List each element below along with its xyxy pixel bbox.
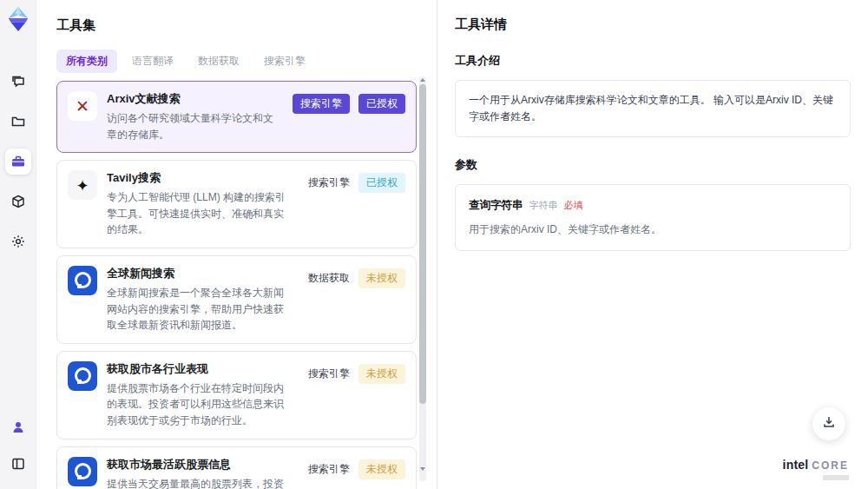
download-icon — [821, 414, 837, 433]
app-window: 工具集 所有类别语言翻译数据获取搜索引擎 Arxiv文献搜索 访问各个研究领域大… — [0, 0, 868, 489]
tab-0[interactable]: 所有类别 — [56, 50, 117, 73]
auth-status-badge: 未授权 — [358, 268, 405, 288]
category-badge: 搜索引擎 — [308, 459, 350, 479]
user-icon[interactable] — [5, 414, 31, 440]
tool-description: 提供当天交易量最高的股票列表，投资者可以利用这些信息来识别流动性强的股票和潜在的… — [107, 476, 291, 489]
tool-description: 访问各个研究领域大量科学论文和文章的存储库。 — [107, 110, 283, 142]
param-name: 查询字符串 — [469, 196, 523, 214]
auth-status-badge: 未授权 — [358, 364, 405, 384]
tool-name: Arxiv文献搜索 — [107, 91, 283, 107]
tool-card[interactable]: Tavily搜索 专为人工智能代理 (LLM) 构建的搜索引擎工具。可快速提供实… — [56, 160, 417, 248]
tool-name: 获取市场最活跃股票信息 — [107, 457, 299, 472]
tool-card[interactable]: 获取股市各行业表现 提供股票市场各个行业在特定时间段内的表现。投资者可以利用这些… — [56, 351, 417, 439]
category-badge: 搜索引擎 — [293, 94, 350, 114]
arxiv-icon — [68, 91, 97, 121]
brand-subline — [823, 475, 849, 480]
param-type: 字符串 — [529, 198, 558, 214]
auth-status-badge: 已授权 — [358, 173, 405, 193]
tool-card[interactable]: 获取市场最活跃股票信息 提供当天交易量最高的股票列表，投资者可以利用这些信息来识… — [56, 446, 417, 489]
detail-title: 工具详情 — [455, 17, 851, 33]
gear-icon[interactable] — [5, 228, 31, 254]
tool-badges: 搜索引擎 未授权 — [308, 361, 405, 429]
category-badge: 数据获取 — [308, 268, 350, 288]
list-scrollbar[interactable] — [419, 76, 426, 481]
collapse-panel-icon[interactable] — [5, 451, 31, 477]
tool-card[interactable]: 全球新闻搜索 全球新闻搜索是一个聚合全球各大新闻网站内容的搜索引擎，帮助用户快速… — [56, 255, 417, 344]
intro-box: 一个用于从Arxiv存储库搜索科学论文和文章的工具。 输入可以是Arxiv ID… — [455, 80, 851, 137]
tool-card[interactable]: Arxiv文献搜索 访问各个研究领域大量科学论文和文章的存储库。 搜索引擎 已授… — [56, 81, 417, 153]
folder-icon[interactable] — [5, 109, 31, 135]
tool-card-main: Arxiv文献搜索 访问各个研究领域大量科学论文和文章的存储库。 — [107, 91, 283, 142]
param-required-badge: 必填 — [564, 198, 583, 214]
tab-1[interactable]: 语言翻译 — [122, 50, 183, 73]
params-heading: 参数 — [455, 157, 851, 173]
intro-text: 一个用于从Arxiv存储库搜索科学论文和文章的工具。 输入可以是Arxiv ID… — [469, 94, 833, 122]
tool-description: 专为人工智能代理 (LLM) 构建的搜索引擎工具。可快速提供实时、准确和真实的结… — [107, 189, 291, 238]
tab-2[interactable]: 数据获取 — [188, 50, 249, 73]
category-tabs: 所有类别语言翻译数据获取搜索引擎 — [56, 50, 437, 73]
tool-list-panel: 工具集 所有类别语言翻译数据获取搜索引擎 Arxiv文献搜索 访问各个研究领域大… — [36, 0, 437, 489]
tool-detail-panel: 工具详情 工具介绍 一个用于从Arxiv存储库搜索科学论文和文章的工具。 输入可… — [437, 0, 868, 489]
auth-status-badge: 未授权 — [358, 459, 405, 479]
cube-icon[interactable] — [5, 188, 31, 215]
tool-badges: 数据获取 未授权 — [308, 266, 405, 334]
tool-card-main: 获取市场最活跃股票信息 提供当天交易量最高的股票列表，投资者可以利用这些信息来识… — [107, 457, 299, 489]
left-rail — [0, 0, 36, 489]
rail-nav — [5, 69, 31, 254]
intro-heading: 工具介绍 — [455, 53, 851, 69]
tool-badges: 搜索引擎 已授权 — [308, 170, 405, 238]
brand-intel: intel — [783, 458, 809, 472]
tool-name: 全球新闻搜索 — [107, 266, 299, 281]
auth-status-badge: 已授权 — [358, 94, 405, 114]
tool-description: 全球新闻搜索是一个聚合全球各大新闻网站内容的搜索引擎，帮助用户快速获取全球最新资… — [107, 285, 291, 334]
scrollbar-thumb[interactable] — [419, 84, 426, 404]
page-title: 工具集 — [56, 17, 437, 34]
tool-card-main: 全球新闻搜索 全球新闻搜索是一个聚合全球各大新闻网站内容的搜索引擎，帮助用户快速… — [107, 266, 299, 334]
blue-icon — [68, 266, 97, 295]
rail-bottom — [5, 414, 31, 477]
tool-card-main: Tavily搜索 专为人工智能代理 (LLM) 构建的搜索引擎工具。可快速提供实… — [107, 170, 299, 238]
tool-name: Tavily搜索 — [107, 170, 299, 186]
tool-badges: 搜索引擎 未授权 — [308, 457, 405, 489]
download-button[interactable] — [812, 407, 845, 440]
chat-icon[interactable] — [5, 69, 31, 95]
tavily-icon — [68, 170, 97, 200]
category-badge: 搜索引擎 — [308, 173, 350, 193]
app-logo-icon — [5, 6, 31, 32]
tool-badges: 搜索引擎 已授权 — [293, 91, 405, 142]
tool-list: Arxiv文献搜索 访问各个研究领域大量科学论文和文章的存储库。 搜索引擎 已授… — [56, 81, 417, 489]
briefcase-icon[interactable] — [5, 149, 31, 175]
tab-3[interactable]: 搜索引擎 — [254, 50, 315, 73]
tool-name: 获取股市各行业表现 — [107, 361, 299, 377]
tool-card-main: 获取股市各行业表现 提供股票市场各个行业在特定时间段内的表现。投资者可以利用这些… — [107, 361, 299, 429]
param-desc: 用于搜索的Arxiv ID、关键字或作者姓名。 — [469, 221, 837, 238]
blue-icon — [68, 457, 97, 486]
category-badge: 搜索引擎 — [308, 364, 350, 384]
intel-core-logo: intel CORE — [783, 458, 849, 472]
param-box: 查询字符串 字符串 必填 用于搜索的Arxiv ID、关键字或作者姓名。 — [455, 184, 851, 250]
brand-core: CORE — [812, 459, 849, 472]
tool-description: 提供股票市场各个行业在特定时间段内的表现。投资者可以利用这些信息来识别表现优于或… — [107, 380, 291, 429]
blue-icon — [68, 361, 97, 391]
param-head: 查询字符串 字符串 必填 — [469, 196, 837, 214]
